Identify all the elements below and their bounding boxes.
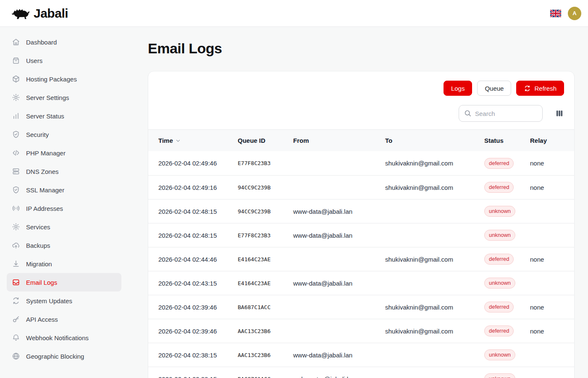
cell-queue-id: E77F8C23B3 xyxy=(238,160,293,166)
cell-queue-id: 94CC9C239B xyxy=(238,184,293,191)
cell-time: 2026-02-04 02:38:15 xyxy=(148,352,238,359)
cell-queue-id: BA687C1ACC xyxy=(238,376,293,378)
cell-to: shukivaknin@gmail.com xyxy=(385,304,484,311)
sidebar-item-users[interactable]: Users xyxy=(7,51,121,70)
cell-queue-id: E4164C23AE xyxy=(238,280,293,286)
column-header-time[interactable]: Time xyxy=(148,137,238,144)
sidebar-item-geographic-blocking[interactable]: Geographic Blocking xyxy=(7,347,121,365)
sidebar-item-server-status[interactable]: Server Status xyxy=(7,107,121,125)
table-row: 2026-02-04 02:49:46 E77F8C23B3 shukivakn… xyxy=(148,151,574,175)
sidebar-item-hosting-packages[interactable]: Hosting Packages xyxy=(7,70,121,88)
avatar[interactable]: A xyxy=(568,7,581,20)
cell-status: unknown xyxy=(484,278,530,289)
cell-time: 2026-02-04 02:39:46 xyxy=(148,304,238,311)
column-header-label: Time xyxy=(158,137,173,144)
column-header-status[interactable]: Status xyxy=(484,137,530,144)
logs-button[interactable]: Logs xyxy=(444,81,472,96)
globe-icon xyxy=(12,352,20,360)
sidebar-item-ip-addresses[interactable]: IP Addresses xyxy=(7,199,121,218)
sidebar-item-label: API Access xyxy=(26,316,58,323)
cell-time: 2026-02-04 02:44:46 xyxy=(148,256,238,263)
cell-queue-id: AAC13C23B6 xyxy=(238,328,293,334)
status-badge: deferred xyxy=(484,326,514,336)
column-header-relay[interactable]: Relay xyxy=(530,137,574,144)
sidebar-item-label: Migration xyxy=(26,260,52,268)
sidebar-item-php-manager[interactable]: PHP Manager xyxy=(7,144,121,162)
table-row: 2026-02-04 02:48:15 E77F8C23B3 www-data@… xyxy=(148,223,574,247)
search-icon xyxy=(464,109,472,117)
uk-flag-language-icon[interactable] xyxy=(550,10,561,17)
cell-relay: none xyxy=(530,328,574,335)
cell-from: webmaster@jabali.lan xyxy=(293,375,385,378)
email-logs-card: Logs Queue Refresh xyxy=(148,71,575,378)
boar-logo-icon xyxy=(11,6,30,20)
sidebar-item-dashboard[interactable]: Dashboard xyxy=(7,33,121,51)
app-layout: Dashboard Users Hosting Packages Server … xyxy=(0,27,588,378)
sidebar-item-system-updates[interactable]: System Updates xyxy=(7,291,121,310)
cell-to: shukivaknin@gmail.com xyxy=(385,184,484,191)
status-badge: unknown xyxy=(484,230,515,241)
sidebar-item-api-access[interactable]: API Access xyxy=(7,310,121,328)
columns-toggle-icon[interactable] xyxy=(555,109,564,118)
gear-icon xyxy=(12,93,20,102)
archive-box-icon xyxy=(12,56,20,65)
cell-queue-id: E4164C23AE xyxy=(238,256,293,262)
cell-time: 2026-02-04 02:38:15 xyxy=(148,375,238,378)
search-box xyxy=(459,105,543,122)
sidebar-item-label: Email Logs xyxy=(26,279,57,286)
refresh-icon xyxy=(12,297,20,305)
sidebar-item-label: PHP Manager xyxy=(26,150,66,157)
sidebar-item-label: Server Status xyxy=(26,113,64,120)
status-badge: unknown xyxy=(484,206,515,217)
sidebar-item-label: Geographic Blocking xyxy=(26,353,84,360)
cube-icon xyxy=(12,75,20,83)
cell-from: www-data@jabali.lan xyxy=(293,280,385,287)
table-row: 2026-02-04 02:44:46 E4164C23AE shukivakn… xyxy=(148,247,574,271)
queue-button[interactable]: Queue xyxy=(477,81,511,96)
column-header-to[interactable]: To xyxy=(385,137,484,144)
cell-status: deferred xyxy=(484,158,530,169)
cell-queue-id: 94CC9C239B xyxy=(238,208,293,215)
cell-to: shukivaknin@gmail.com xyxy=(385,256,484,263)
broadcast-icon xyxy=(12,204,20,213)
page-title: Email Logs xyxy=(148,40,575,57)
sidebar-item-webhook-notifications[interactable]: Webhook Notifications xyxy=(7,328,121,347)
sidebar-item-label: Hosting Packages xyxy=(26,76,77,83)
gear-icon xyxy=(12,223,20,231)
bell-icon xyxy=(12,333,20,342)
search-row xyxy=(148,103,574,129)
status-badge: unknown xyxy=(484,349,515,360)
sidebar-item-services[interactable]: Services xyxy=(7,218,121,236)
column-header-queue-id[interactable]: Queue ID xyxy=(238,137,293,144)
cell-status: deferred xyxy=(484,254,530,265)
cell-time: 2026-02-04 02:43:15 xyxy=(148,280,238,287)
refresh-button[interactable]: Refresh xyxy=(516,81,564,96)
sidebar-item-backups[interactable]: Backups xyxy=(7,236,121,255)
sidebar-item-label: Server Settings xyxy=(26,94,69,101)
table-row: 2026-02-04 02:39:46 AAC13C23B6 shukivakn… xyxy=(148,319,574,343)
sidebar-item-email-logs[interactable]: Email Logs xyxy=(7,273,121,291)
cell-time: 2026-02-04 02:48:15 xyxy=(148,232,238,239)
sidebar-item-migration[interactable]: Migration xyxy=(7,255,121,273)
sidebar-item-security[interactable]: Security xyxy=(7,125,121,144)
cell-status: deferred xyxy=(484,302,530,312)
brand-logo[interactable]: Jabali xyxy=(11,6,68,21)
column-header-label: Queue ID xyxy=(238,137,265,144)
inbox-icon xyxy=(12,278,20,286)
table-row: 2026-02-04 02:38:15 AAC13C23B6 www-data@… xyxy=(148,343,574,367)
column-header-label: Status xyxy=(484,137,504,144)
main-content: Email Logs Logs Queue Refresh xyxy=(128,27,588,378)
sidebar-item-label: Backups xyxy=(26,242,50,249)
cell-from: www-data@jabali.lan xyxy=(293,232,385,239)
column-header-from[interactable]: From xyxy=(293,137,385,144)
cloud-upload-icon xyxy=(12,241,20,249)
status-badge: deferred xyxy=(484,158,514,169)
status-badge: deferred xyxy=(484,302,514,312)
sidebar-item-ssl-manager[interactable]: SSL Manager xyxy=(7,181,121,199)
server-icon xyxy=(12,167,20,176)
sidebar-item-dns-zones[interactable]: DNS Zones xyxy=(7,162,121,181)
cell-queue-id: AAC13C23B6 xyxy=(238,352,293,358)
cell-time: 2026-02-04 02:49:46 xyxy=(148,160,238,167)
sidebar-item-label: System Updates xyxy=(26,297,72,304)
sidebar-item-server-settings[interactable]: Server Settings xyxy=(7,88,121,107)
